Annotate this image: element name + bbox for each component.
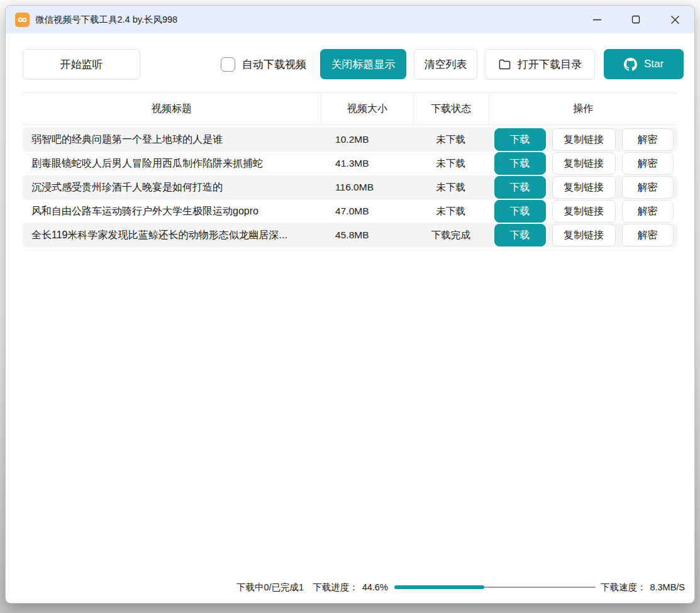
- close-title-display-button[interactable]: 关闭标题显示: [320, 49, 406, 79]
- video-table: 视频标题 视频大小 下载状态 操作 弱智吧的经典问题第一个登上地球的人是谁 10…: [23, 92, 677, 247]
- row-download-status: 未下载: [413, 205, 489, 218]
- table-body: 弱智吧的经典问题第一个登上地球的人是谁 10.2MB 未下载 下载 复制链接 解…: [23, 128, 677, 247]
- row-actions: 下载 复制链接 解密: [489, 176, 677, 199]
- progress-label: 下载进度：: [313, 582, 358, 594]
- decrypt-button[interactable]: 解密: [622, 128, 674, 151]
- decrypt-button[interactable]: 解密: [622, 176, 674, 199]
- titlebar: 微信视频号下载工具2.4 by.长风998: [6, 6, 694, 33]
- row-actions: 下载 复制链接 解密: [489, 128, 677, 151]
- window-title: 微信视频号下载工具2.4 by.长风998: [35, 14, 177, 26]
- header-download-status: 下载状态: [413, 93, 489, 124]
- start-listen-button[interactable]: 开始监听: [23, 49, 140, 79]
- table-row: 弱智吧的经典问题第一个登上地球的人是谁 10.2MB 未下载 下载 复制链接 解…: [23, 128, 677, 152]
- decrypt-button[interactable]: 解密: [622, 200, 674, 223]
- decrypt-button[interactable]: 解密: [622, 224, 674, 246]
- decrypt-button[interactable]: 解密: [622, 152, 674, 175]
- close-icon: [670, 15, 680, 25]
- app-icon: [15, 13, 30, 27]
- row-actions: 下载 复制链接 解密: [489, 152, 677, 175]
- minimize-button[interactable]: [577, 6, 616, 33]
- auto-download-option[interactable]: 自动下载视频: [221, 57, 306, 72]
- table-header: 视频标题 视频大小 下载状态 操作: [23, 92, 677, 125]
- row-video-title: 风和自由公路车运动骑行户外大学生极限运动gopro: [23, 205, 321, 218]
- download-button[interactable]: 下载: [494, 152, 546, 175]
- window-controls: [577, 6, 694, 33]
- github-icon: [624, 58, 637, 71]
- download-button[interactable]: 下载: [494, 224, 546, 246]
- copy-link-button[interactable]: 复制链接: [552, 200, 616, 223]
- open-download-dir-label: 打开下载目录: [518, 57, 582, 72]
- header-video-size: 视频大小: [321, 93, 413, 124]
- maximize-button[interactable]: [616, 6, 655, 33]
- speed-value: 8.3MB/S: [650, 582, 685, 592]
- row-download-status: 未下载: [413, 133, 489, 146]
- row-video-size: 116.0MB: [321, 182, 413, 193]
- row-video-size: 45.8MB: [321, 229, 413, 241]
- row-actions: 下载 复制链接 解密: [489, 224, 677, 246]
- row-video-size: 10.2MB: [321, 134, 413, 145]
- minimize-icon: [592, 15, 602, 25]
- row-video-title: 全长119米科学家发现比蓝鲸还长的动物形态似龙幽居深...: [23, 229, 321, 242]
- copy-link-button[interactable]: 复制链接: [552, 152, 616, 175]
- open-download-dir-button[interactable]: 打开下载目录: [485, 49, 595, 79]
- statusbar: 下载中0/已完成1 下载进度： 44.6% 下载速度： 8.3MB/S: [6, 575, 694, 603]
- star-button[interactable]: Star: [604, 49, 684, 79]
- wechat-channels-icon: [17, 14, 28, 25]
- auto-download-label: 自动下载视频: [242, 57, 306, 72]
- row-download-status: 未下载: [413, 157, 489, 170]
- folder-icon: [498, 58, 511, 70]
- close-button[interactable]: [655, 6, 694, 33]
- app-window: 微信视频号下载工具2.4 by.长风998 开始监听: [5, 5, 695, 604]
- progress-value: 44.6%: [362, 582, 388, 592]
- row-video-title: 弱智吧的经典问题第一个登上地球的人是谁: [23, 133, 321, 146]
- row-video-title: 沉浸式感受贵州珍酒千人晚宴是如何打造的: [23, 181, 321, 194]
- progress-fill: [394, 585, 484, 589]
- auto-download-checkbox[interactable]: [221, 57, 235, 72]
- table-row: 剧毒眼镜蛇咬人后男人冒险用西瓜制作陷阱来抓捕蛇 41.3MB 未下载 下载 复制…: [23, 152, 677, 175]
- row-download-status: 下载完成: [413, 229, 489, 242]
- row-video-size: 41.3MB: [321, 158, 413, 169]
- maximize-icon: [631, 15, 640, 24]
- table-row: 沉浸式感受贵州珍酒千人晚宴是如何打造的 116.0MB 未下载 下载 复制链接 …: [23, 175, 677, 199]
- row-video-title: 剧毒眼镜蛇咬人后男人冒险用西瓜制作陷阱来抓捕蛇: [23, 157, 321, 170]
- copy-link-button[interactable]: 复制链接: [552, 224, 616, 246]
- header-video-title: 视频标题: [23, 93, 321, 124]
- progress-bar: [394, 585, 596, 589]
- header-actions: 操作: [489, 93, 677, 124]
- table-row: 全长119米科学家发现比蓝鲸还长的动物形态似龙幽居深... 45.8MB 下载完…: [23, 223, 677, 247]
- clear-list-button[interactable]: 清空列表: [414, 49, 477, 79]
- download-button[interactable]: 下载: [494, 176, 546, 199]
- star-label: Star: [644, 58, 664, 70]
- row-download-status: 未下载: [413, 181, 489, 194]
- speed-label: 下载速度：: [601, 582, 647, 594]
- copy-link-button[interactable]: 复制链接: [552, 128, 616, 151]
- row-video-size: 47.0MB: [321, 206, 413, 217]
- toolbar: 开始监听 自动下载视频 关闭标题显示 清空列表 打开下载目录 Star: [23, 49, 685, 79]
- copy-link-button[interactable]: 复制链接: [552, 176, 616, 199]
- download-button[interactable]: 下载: [494, 200, 546, 223]
- download-counts: 下载中0/已完成1: [236, 582, 304, 594]
- row-actions: 下载 复制链接 解密: [489, 200, 677, 223]
- download-button[interactable]: 下载: [494, 128, 546, 151]
- table-row: 风和自由公路车运动骑行户外大学生极限运动gopro 47.0MB 未下载 下载 …: [23, 199, 677, 223]
